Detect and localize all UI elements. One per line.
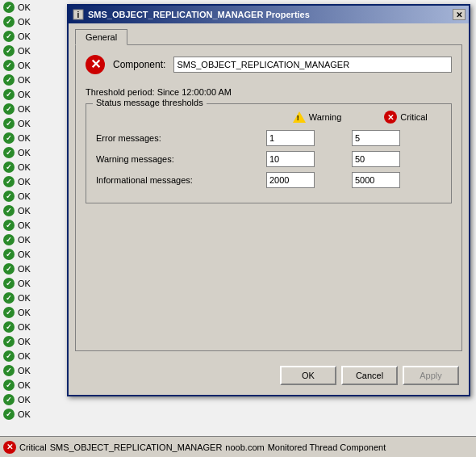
list-item: ✓OK xyxy=(0,320,65,334)
list-item: ✓OK xyxy=(0,276,65,291)
ok-icon: ✓ xyxy=(3,307,15,318)
tab-bar: General xyxy=(75,28,462,44)
list-item: ✓OK xyxy=(0,174,65,189)
ok-icon: ✓ xyxy=(3,394,15,405)
warning-error-input[interactable] xyxy=(266,130,315,146)
ok-icon: ✓ xyxy=(3,409,15,420)
ok-icon: ✓ xyxy=(3,45,15,57)
ok-icon: ✓ xyxy=(3,321,15,333)
cancel-button[interactable]: Cancel xyxy=(341,366,398,385)
list-item-label: OK xyxy=(18,2,31,12)
warning-warning-input[interactable] xyxy=(266,151,315,167)
ok-icon: ✓ xyxy=(3,350,15,362)
critical-warning-input[interactable] xyxy=(352,151,400,167)
list-item: ✓OK xyxy=(0,131,65,145)
list-item-label: OK xyxy=(18,235,31,245)
dialog-body: General ✕ Component: Threshold period: S… xyxy=(69,23,469,395)
status-description: Monitored Thread Component xyxy=(268,442,386,452)
threshold-period: Threshold period: Since 12:00:00 AM xyxy=(86,87,452,97)
tab-general[interactable]: General xyxy=(75,29,127,45)
dialog-title: SMS_OBJECT_REPLICATION_MANAGER Propertie… xyxy=(88,10,310,19)
list-item-label: OK xyxy=(18,366,31,375)
ok-icon: ✓ xyxy=(3,379,15,391)
list-item-label: OK xyxy=(18,409,31,419)
ok-icon: ✓ xyxy=(3,336,15,347)
list-item: ✓OK xyxy=(0,44,65,58)
critical-header: ✕ Critical xyxy=(374,111,438,124)
threshold-group-legend: Status message thresholds xyxy=(93,98,207,107)
list-item-label: OK xyxy=(18,104,31,114)
svg-text:i: i xyxy=(77,10,80,19)
close-button[interactable]: ✕ xyxy=(453,9,466,20)
warning-info-input[interactable] xyxy=(266,172,315,188)
ok-icon: ✓ xyxy=(3,118,15,129)
list-item-label: OK xyxy=(18,191,31,201)
ok-icon: ✓ xyxy=(3,365,15,376)
list-item-label: OK xyxy=(18,249,31,259)
list-item-label: OK xyxy=(18,220,31,230)
list-item-label: OK xyxy=(18,162,31,172)
list-item: ✓OK xyxy=(0,102,65,116)
warning-messages-row: Warning messages: xyxy=(96,151,441,167)
list-item: ✓OK xyxy=(0,160,65,174)
list-item-label: OK xyxy=(18,119,31,128)
list-item-label: OK xyxy=(18,206,31,216)
list-item: ✓OK xyxy=(0,334,65,349)
list-item: ✓OK xyxy=(0,349,65,363)
ok-icon: ✓ xyxy=(3,292,15,304)
critical-info-input[interactable] xyxy=(352,172,400,188)
ok-icon: ✓ xyxy=(3,16,15,27)
list-item-label: OK xyxy=(18,264,31,274)
list-item: ✓OK xyxy=(0,262,65,276)
ok-button[interactable]: OK xyxy=(280,366,336,385)
list-item-label: OK xyxy=(18,380,31,390)
ok-icon: ✓ xyxy=(3,220,15,231)
dialog-title-icon: i xyxy=(72,8,85,21)
status-bar: ✕ Critical SMS_OBJECT_REPLICATION_MANAGE… xyxy=(0,436,476,457)
list-item: ✓OK xyxy=(0,203,65,218)
ok-icon: ✓ xyxy=(3,2,15,13)
error-messages-label: Error messages: xyxy=(96,133,209,143)
ok-icon: ✓ xyxy=(3,278,15,289)
threshold-group: Status message thresholds Warning ✕ Crit… xyxy=(86,103,452,203)
warning-icon xyxy=(293,111,306,124)
list-item: ✓OK xyxy=(0,392,65,407)
error-messages-row: Error messages: xyxy=(96,130,441,146)
warning-messages-label: Warning messages: xyxy=(96,154,209,164)
list-item-label: OK xyxy=(18,61,31,70)
title-left: i SMS_OBJECT_REPLICATION_MANAGER Propert… xyxy=(72,8,310,21)
list-item-label: OK xyxy=(18,177,31,187)
list-item: ✓OK xyxy=(0,87,65,102)
list-item: ✓OK xyxy=(0,29,65,44)
list-item: ✓OK xyxy=(0,233,65,247)
apply-button[interactable]: Apply xyxy=(403,366,459,385)
dialog-titlebar: i SMS_OBJECT_REPLICATION_MANAGER Propert… xyxy=(69,6,469,23)
list-item: ✓OK xyxy=(0,58,65,73)
critical-error-input[interactable] xyxy=(352,130,400,146)
list-item-label: OK xyxy=(18,46,31,56)
list-item: ✓OK xyxy=(0,145,65,160)
ok-icon: ✓ xyxy=(3,191,15,202)
ok-icon: ✓ xyxy=(3,103,15,115)
component-input[interactable] xyxy=(173,57,452,73)
threshold-header-row: Warning ✕ Critical xyxy=(96,111,441,124)
list-item-label: OK xyxy=(18,351,31,361)
ok-icon: ✓ xyxy=(3,147,15,158)
component-row: ✕ Component: xyxy=(86,55,452,74)
ok-icon: ✓ xyxy=(3,31,15,42)
list-item: ✓OK xyxy=(0,291,65,305)
list-item: ✓OK xyxy=(0,189,65,203)
list-item: ✓OK xyxy=(0,116,65,131)
status-site: noob.com xyxy=(225,442,264,452)
list-item: ✓OK xyxy=(0,363,65,378)
list-item-label: OK xyxy=(18,31,31,41)
list-item-label: OK xyxy=(18,90,31,99)
tab-content-general: ✕ Component: Threshold period: Since 12:… xyxy=(75,44,462,351)
list-item-label: OK xyxy=(18,308,31,317)
ok-icon: ✓ xyxy=(3,74,15,86)
list-item: ✓OK xyxy=(0,407,65,421)
ok-icon: ✓ xyxy=(3,205,15,216)
list-item: ✓OK xyxy=(0,15,65,29)
list-item-label: OK xyxy=(18,279,31,288)
status-type: Critical xyxy=(19,442,47,452)
